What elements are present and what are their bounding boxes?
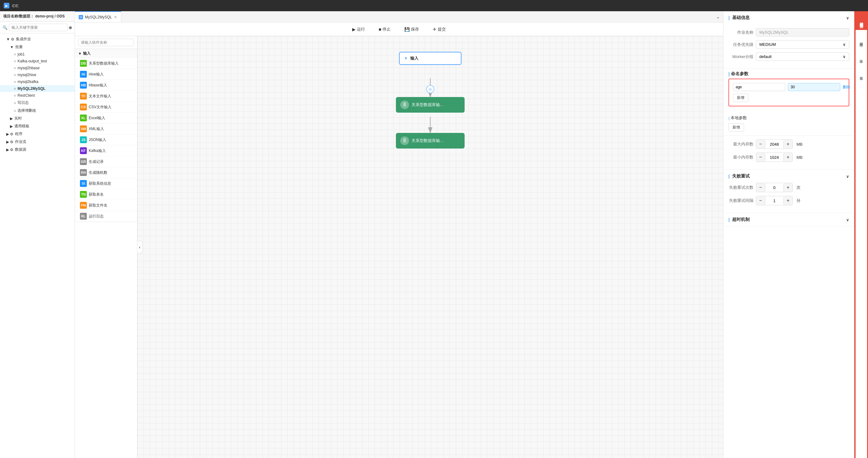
component-item[interactable]: SI 获取系统信息 (75, 178, 137, 189)
submit-button[interactable]: ✈ 提交 (428, 25, 450, 34)
component-item[interactable]: TN 获取表名 (75, 189, 137, 200)
run-button[interactable]: ▶ 运行 (348, 25, 369, 34)
min-memory-increment[interactable]: + (784, 153, 793, 162)
component-panel: ▼ 输入 DB 关系型数据库输入 Hi Hive输入 HB Hbase输入 TF… (75, 36, 137, 458)
component-item-label: 生成随机数 (89, 170, 107, 175)
retry-collapse-icon: ∨ (846, 174, 849, 179)
component-item[interactable]: KF Kafka输入 (75, 145, 137, 156)
component-item[interactable]: TF 文本文件输入 (75, 91, 137, 102)
job-name-input[interactable] (756, 28, 849, 36)
component-item[interactable]: GR 生成记录 (75, 156, 137, 167)
sidebar-tree-item[interactable]: ○ 写日志 (0, 99, 74, 107)
retry-count-increment[interactable]: + (784, 183, 793, 192)
sidebar-tree-item[interactable]: ○ MySQL2MySQL (0, 85, 74, 92)
worker-dropdown-icon: ∨ (843, 54, 846, 59)
retry-interval-decrement[interactable]: − (756, 196, 765, 205)
timeout-title: 超时机制 (728, 217, 750, 223)
sidebar-tree-item[interactable]: ○ mysql2kafka (0, 78, 74, 85)
local-params-content: | 本地参数 新增 (723, 114, 854, 135)
sidebar-tree-item[interactable]: ○ mysql2hbase (0, 65, 74, 71)
min-memory-decrement[interactable]: − (756, 153, 765, 162)
min-memory-value[interactable] (765, 154, 784, 161)
component-item[interactable]: RL 运行日志 (75, 211, 137, 222)
sidebar-tree-item[interactable]: ▼ ⚙ 集成作业 (0, 35, 74, 43)
worker-select[interactable]: default ∨ (756, 53, 849, 61)
component-item-label: 关系型数据库输入 (89, 61, 119, 66)
priority-value: MEDIUM (760, 42, 776, 47)
sidebar-tree-item[interactable]: ▶ ⚙ 数据源 (0, 146, 74, 154)
named-params-add-button[interactable]: 新增 (733, 94, 748, 102)
retry-count-decrement[interactable]: − (756, 183, 765, 192)
component-item-label: Kafka输入 (89, 148, 106, 154)
named-param-delete-0[interactable]: 删除 (843, 85, 850, 90)
sidebar-tree-item[interactable]: ▶ ⚙ 作业流 (0, 138, 74, 146)
component-item-icon: RL (80, 213, 87, 220)
sidebar-tree-item[interactable]: ○ job1 (0, 51, 74, 58)
main-canvas[interactable]: ‹ ⊕ (137, 36, 723, 458)
draft-button[interactable]: 草稿 (856, 66, 867, 82)
version-button[interactable]: 版本 (856, 49, 867, 65)
canvas-wrapper: ▼ 输入 DB 关系型数据库输入 Hi Hive输入 HB Hbase输入 TF… (75, 36, 723, 458)
component-item[interactable]: XM XML输入 (75, 124, 137, 134)
named-param-key-0[interactable] (733, 83, 785, 91)
retry-count-value[interactable] (765, 184, 784, 191)
component-item[interactable]: Hi Hive输入 (75, 69, 137, 80)
retry-interval-increment[interactable]: + (784, 196, 793, 205)
sidebar-tree-item[interactable]: ▶ 实时 (0, 115, 74, 122)
component-search-container (75, 36, 137, 49)
component-item[interactable]: RN 生成随机数 (75, 167, 137, 178)
retry-interval-value[interactable] (765, 197, 784, 204)
component-item[interactable]: JS JSON输入 (75, 134, 137, 145)
far-right-others: 指标日志 版本 草稿 (856, 30, 867, 458)
input-node-expand: ▼ (404, 56, 408, 61)
named-params-header: | 命名参数 (723, 69, 854, 78)
input-flow-node[interactable]: ▼ 输入 (399, 52, 462, 65)
max-memory-decrement[interactable]: − (756, 140, 765, 149)
sidebar-add-icon[interactable]: ⊕ (69, 25, 72, 30)
canvas-collapse-button[interactable]: ‹ (137, 241, 143, 253)
tab-close-button[interactable]: ✕ (114, 15, 117, 19)
component-search-input[interactable] (78, 39, 134, 46)
component-item[interactable]: DB 关系型数据库输入 (75, 58, 137, 69)
component-item-label: 获取系统信息 (89, 181, 111, 186)
component-item-label: 文本文件输入 (89, 94, 111, 99)
submit-icon: ✈ (433, 27, 436, 32)
named-param-value-0[interactable] (788, 83, 840, 91)
timeout-header[interactable]: 超时机制 ∨ (723, 213, 854, 226)
sidebar-tree-item[interactable]: ○ mysql2hive (0, 71, 74, 78)
job-name-row: 作业名称 (728, 28, 849, 36)
collapse-icon[interactable]: ⌄ (716, 14, 720, 20)
tab-mysql2mysql[interactable]: M MySQL2MySQL ✕ (75, 11, 121, 22)
save-button[interactable]: 💾 保存 (400, 25, 423, 34)
component-item-label: 获取表名 (89, 192, 104, 197)
component-item[interactable]: CS CSV文件输入 (75, 102, 137, 112)
metrics-log-button[interactable]: 指标日志 (856, 32, 867, 48)
named-params-section-wrapper: | 命名参数 删除 新增 (723, 69, 854, 114)
component-item[interactable]: FN 获取文件名 (75, 200, 137, 211)
far-right-sidebar: 通用配置 指标日志 版本 草稿 (854, 11, 868, 458)
db-flow-node-1[interactable]: 🗄 关系型数据库输... (396, 97, 465, 112)
sidebar-tree-item[interactable]: ○ 选择增删改 (0, 107, 74, 115)
priority-select[interactable]: MEDIUM ∨ (756, 40, 849, 49)
component-item-icon: RN (80, 169, 87, 176)
component-item[interactable]: HB Hbase输入 (75, 80, 137, 91)
local-params-add-button[interactable]: 新增 (728, 123, 744, 132)
input-section-header[interactable]: ▼ 输入 (75, 49, 137, 58)
tab-icon: M (79, 15, 83, 19)
tabbar: M MySQL2MySQL ✕ ⌄ (75, 11, 723, 23)
sidebar-tree-item[interactable]: ○ Kafka-output_test (0, 58, 74, 65)
retry-header[interactable]: 失败重试 ∨ (723, 170, 854, 183)
sidebar-tree-item[interactable]: ▶ ⚙ 程序 (0, 130, 74, 138)
max-memory-increment[interactable]: + (784, 140, 793, 149)
general-config-button[interactable]: 通用配置 (854, 11, 868, 30)
sidebar-search-input[interactable] (9, 24, 67, 31)
sidebar-tree-item[interactable]: ▶ 通用模板 (0, 122, 74, 130)
basic-info-header[interactable]: 基础信息 ∨ (723, 11, 854, 24)
db-flow-node-2[interactable]: 🗄 关系型数据库输... (396, 133, 465, 149)
retry-interval-unit: 分 (797, 198, 801, 203)
sidebar-tree-item[interactable]: ○ RestClient (0, 92, 74, 99)
stop-button[interactable]: ■ 停止 (374, 25, 395, 34)
sidebar-tree-item[interactable]: ▼ 批量 (0, 43, 74, 51)
component-item[interactable]: XL Excel输入 (75, 112, 137, 124)
max-memory-value[interactable] (765, 141, 784, 148)
